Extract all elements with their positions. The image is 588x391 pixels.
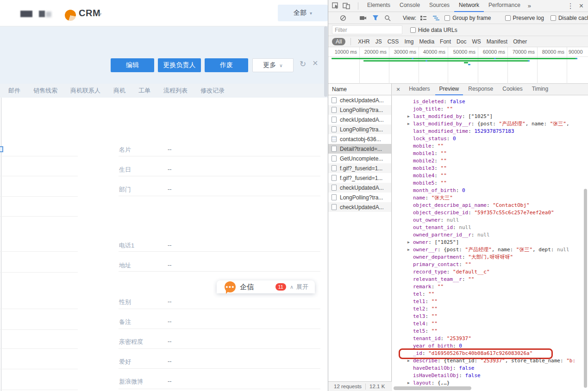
json-line[interactable]: ▶last_modified_by__r: {post: "产品经理", nam… [392,120,588,128]
filter-chip-media[interactable]: Media [416,38,437,45]
chevron-down-icon[interactable]: ▾ [99,11,102,17]
divider [0,309,78,309]
json-line: mobile2: "" [392,157,588,165]
preserve-log-checkbox[interactable] [505,15,511,21]
filter-chip-xhr[interactable]: XHR [355,38,372,45]
filter-chip-css[interactable]: CSS [385,38,402,45]
filter-chip-ws[interactable]: WS [469,38,483,45]
detail-tab-timing[interactable]: Timing [528,84,553,95]
related-tab[interactable]: 销售线索 [33,87,57,95]
request-row[interactable]: contactobj-636... [328,134,391,144]
request-row[interactable]: LongPolling?tra... [328,124,391,134]
list-view-icon[interactable] [420,15,427,21]
group-by-frame-checkbox[interactable] [444,15,450,21]
expand-arrow-icon[interactable]: ▶ [407,120,410,128]
request-row[interactable]: LongPolling?tra... [328,192,391,202]
close-detail-icon[interactable]: × [392,86,405,93]
related-tab[interactable]: 流程列表 [163,87,188,95]
detail-tab-response[interactable]: Response [464,84,497,95]
change-owner-button[interactable]: 更换负责人 [158,58,201,72]
device-toolbar-icon[interactable] [343,2,350,9]
horizontal-scrollbar-thumb[interactable] [394,386,471,390]
request-row[interactable]: Detail?traceId=... [328,144,391,154]
request-row[interactable]: f.gif?_fuserid=1... [328,173,391,183]
request-row[interactable]: GetUncomplete... [328,154,391,163]
void-button[interactable]: 作废 [205,58,248,72]
json-token: "" [432,313,438,319]
request-row[interactable]: checkUpdatedA... [328,183,391,192]
more-button[interactable]: 更多∨ [252,58,294,72]
json-line[interactable]: ▶owner: ["1025"] [392,239,588,246]
tab-sources[interactable]: Sources [425,0,454,12]
json-line[interactable]: ▶owner__r: {post: "产品经理", name: "张三", de… [392,246,588,254]
related-tab[interactable]: 修改记录 [200,87,225,95]
related-tab[interactable]: 商机 [113,87,125,95]
json-token: null [447,217,459,223]
filter-chip-manifest[interactable]: Manifest [484,38,510,45]
inspect-element-icon[interactable] [332,2,339,9]
close-icon[interactable]: × [313,58,318,68]
json-line[interactable]: ▶describe: {tenant_id: "253937", store_t… [392,357,588,365]
expand-arrow-icon[interactable]: ▶ [407,379,410,387]
request-row[interactable]: checkUpdatedA... [328,115,391,124]
tab-network[interactable]: Network [454,0,484,12]
detail-tab-headers[interactable]: Headers [405,84,434,95]
kebab-menu-icon[interactable]: ⋮ [563,2,578,10]
detail-tab-cookies[interactable]: Cookies [498,84,526,95]
expand-arrow-icon[interactable]: ▶ [407,239,410,246]
filter-chip-font[interactable]: Font [437,38,454,45]
hide-data-urls-checkbox[interactable] [410,27,416,33]
disable-cache-checkbox[interactable] [550,15,556,21]
expand-arrow-icon[interactable]: ▶ [407,246,410,254]
related-tab[interactable]: 邮件 [8,87,20,95]
json-line[interactable]: ▶last_modified_by: ["1025"] [392,113,588,120]
refresh-icon[interactable]: ↻ [300,59,306,69]
field-label: 地址 [119,261,131,270]
detail-tab-preview[interactable]: Preview [435,84,463,95]
json-line: mobile5: "" [392,180,588,187]
expand-arrow-icon[interactable]: ▶ [407,357,410,365]
edit-button[interactable]: 编辑 [111,58,154,72]
filter-funnel-icon[interactable] [372,15,379,21]
field-label: 爱好 [119,358,131,366]
request-row[interactable]: LongPolling?tra... [328,105,391,115]
more-tabs-icon[interactable]: » [525,2,534,9]
search-icon[interactable] [384,15,391,21]
filter-chip-js[interactable]: JS [373,38,385,45]
filter-chip-img[interactable]: Img [401,38,416,45]
related-tab[interactable]: 商机联系人 [70,87,100,95]
related-tab[interactable]: 工单 [138,87,150,95]
devtools-close-icon[interactable]: × [578,2,588,10]
hide-data-urls-label: Hide data URLs [418,27,457,33]
clear-icon[interactable] [340,15,346,21]
expand-arrow-icon[interactable]: ▶ [407,113,410,120]
crm-scrollbar-thumb[interactable] [324,26,327,97]
vertical-scrollbar-thumb[interactable] [584,189,587,388]
filter-input[interactable] [332,25,402,34]
document-icon [332,107,337,113]
screenshot-capture-icon[interactable] [359,15,367,21]
filter-chip-all[interactable]: All [332,38,345,45]
name-column-header[interactable]: Name [328,84,391,95]
filter-chip-other[interactable]: Other [510,38,530,45]
json-line[interactable]: ▶layout: {,…} [392,379,588,387]
json-token: : [453,365,459,371]
expand-button[interactable]: 展开 [296,283,308,291]
waterfall-view-icon[interactable] [432,15,440,21]
tab-elements[interactable]: Elements [363,0,395,12]
json-line: name: "张大三" [392,194,588,202]
search-scope-dropdown[interactable]: 全部 ▾ [278,5,328,21]
request-row[interactable]: checkUpdatedA... [328,95,391,105]
tab-console[interactable]: Console [395,0,425,12]
filter-chip-doc[interactable]: Doc [454,38,469,45]
json-token: , [566,121,569,127]
network-overview-graph[interactable] [328,57,588,84]
record-detail-tabs: 邮件销售线索商机联系人商机工单流程列表修改记录 [0,84,328,98]
json-preview-tree[interactable]: is_deleted: falsejob_title: ""▶last_modi… [392,95,588,391]
request-row[interactable]: f.gif?_fuserid=1... [328,163,391,173]
qixin-chat-widget[interactable]: ●●● 企信 11 ∧ 展开 [217,280,315,293]
json-token: mobile1 [413,150,434,156]
json-token: : [434,180,440,186]
request-row[interactable]: checkUpdatedA... [328,202,391,212]
tab-performance[interactable]: Performance [484,0,525,12]
